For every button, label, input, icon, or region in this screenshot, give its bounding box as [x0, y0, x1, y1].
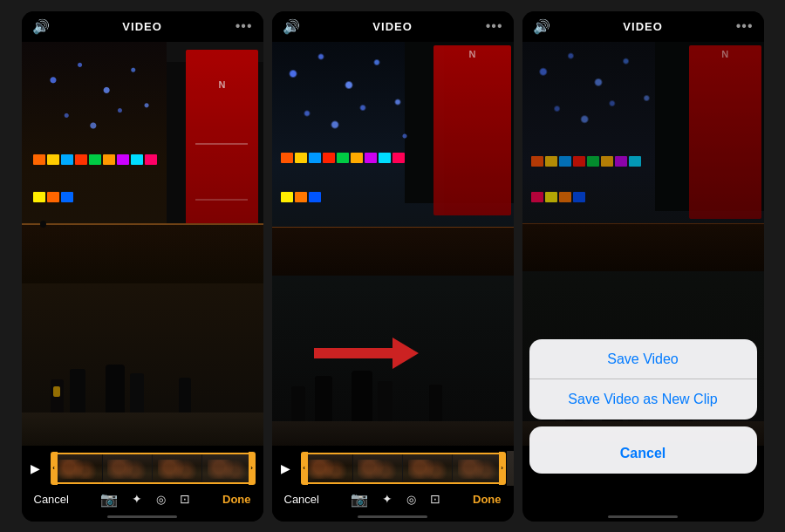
play-button-2[interactable]: ▶: [281, 461, 298, 475]
trim-handle-left-2[interactable]: ‹: [301, 452, 308, 485]
done-button-1[interactable]: Done: [222, 493, 251, 506]
top-bar-1: 🔊 VIDEO •••: [22, 11, 263, 42]
strip-inner-2: [302, 453, 505, 484]
strip-frame-2a: [304, 454, 353, 482]
top-bar-2: 🔊 VIDEO •••: [272, 11, 514, 42]
crop-icon-2[interactable]: ⊡: [430, 492, 440, 506]
strip-frame-2b: [353, 454, 403, 482]
home-indicator-3: [522, 515, 764, 522]
action-icons-1: 📷 ✦ ◎ ⊡: [100, 491, 190, 508]
action-bar-2: Cancel 📷 ✦ ◎ ⊡ Done: [281, 489, 505, 509]
speaker-icon-3: 🔊: [533, 18, 550, 35]
cancel-action-sheet-button[interactable]: Cancel: [529, 433, 757, 474]
filters-icon-1[interactable]: ◎: [156, 493, 166, 506]
video-area-2: N: [272, 42, 514, 446]
video-title-3: VIDEO: [623, 20, 662, 33]
arrow-svg: [314, 338, 419, 369]
play-button-1[interactable]: ▶: [31, 461, 48, 475]
action-sheet: Save Video Save Video as New Clip: [529, 339, 757, 419]
trim-handle-left-1[interactable]: ‹: [51, 452, 58, 485]
adjustments-icon-2[interactable]: ✦: [382, 492, 392, 506]
video-title-2: VIDEO: [372, 20, 412, 33]
scene-1: N: [22, 42, 263, 446]
home-bar-2: [358, 515, 427, 518]
more-icon-1: •••: [236, 18, 253, 34]
phone-screen-1: 🔊 VIDEO ••• N: [22, 11, 263, 522]
timeline-1[interactable]: ▶ ‹ ›: [31, 453, 255, 484]
strip-frame-1c: [153, 454, 202, 482]
strip-frame-2d: [453, 454, 502, 482]
camera-icon-1[interactable]: 📷: [100, 491, 118, 508]
strip-wrapper-1[interactable]: ‹ ›: [51, 453, 255, 484]
action-icons-2: 📷 ✦ ◎ ⊡: [351, 491, 440, 508]
more-icon-2: •••: [486, 18, 503, 34]
home-indicator-1: [22, 515, 263, 522]
camera-icon-2[interactable]: 📷: [351, 491, 368, 508]
cancel-button-1[interactable]: Cancel: [34, 493, 69, 506]
trim-handle-right-1[interactable]: ›: [249, 452, 256, 485]
video-title-1: VIDEO: [122, 20, 161, 33]
timeline-2[interactable]: ▶ ‹ ›: [281, 453, 505, 484]
strip-frame-1a: [53, 454, 103, 482]
phone-screen-3: 🔊 VIDEO ••• N: [522, 11, 764, 522]
action-bar-1: Cancel 📷 ✦ ◎ ⊡ Done: [31, 489, 255, 509]
video-area-1: N: [22, 42, 263, 446]
screenshots-container: 🔊 VIDEO ••• N: [0, 0, 785, 532]
phone-screen-2: 🔊 VIDEO ••• N: [272, 11, 514, 522]
save-video-button[interactable]: Save Video: [529, 339, 757, 379]
home-bar-1: [107, 515, 177, 518]
strip-wrapper-2[interactable]: ‹ ›: [302, 453, 505, 484]
strip-frame-1d: [202, 454, 252, 482]
strip-frame-1b: [103, 454, 153, 482]
adjustments-icon-1[interactable]: ✦: [132, 492, 142, 506]
filters-icon-2[interactable]: ◎: [406, 493, 416, 506]
action-sheet-overlay: Save Video Save Video as New Clip Cancel: [522, 339, 764, 474]
bottom-controls-1: ▶ ‹ › Cancel: [22, 446, 263, 515]
crop-icon-1[interactable]: ⊡: [180, 492, 190, 506]
action-sheet-cancel: Cancel: [529, 426, 757, 474]
home-indicator-2: [272, 515, 514, 522]
strip-frame-2c: [403, 454, 453, 482]
home-bar-3: [608, 515, 678, 518]
save-video-new-clip-button[interactable]: Save Video as New Clip: [529, 379, 757, 419]
top-bar-3: 🔊 VIDEO •••: [522, 11, 764, 42]
more-icon-3: •••: [736, 18, 754, 34]
speaker-icon-2: 🔊: [283, 18, 300, 35]
speaker-icon: 🔊: [32, 18, 50, 35]
red-arrow: [314, 334, 419, 369]
bottom-controls-2: ▶ ‹ ›: [272, 446, 514, 515]
cancel-button-2[interactable]: Cancel: [284, 493, 319, 506]
strip-inner-1: [51, 453, 255, 484]
trim-handle-right-2[interactable]: ›: [499, 452, 506, 485]
svg-marker-0: [314, 338, 419, 369]
done-button-2[interactable]: Done: [473, 493, 502, 506]
